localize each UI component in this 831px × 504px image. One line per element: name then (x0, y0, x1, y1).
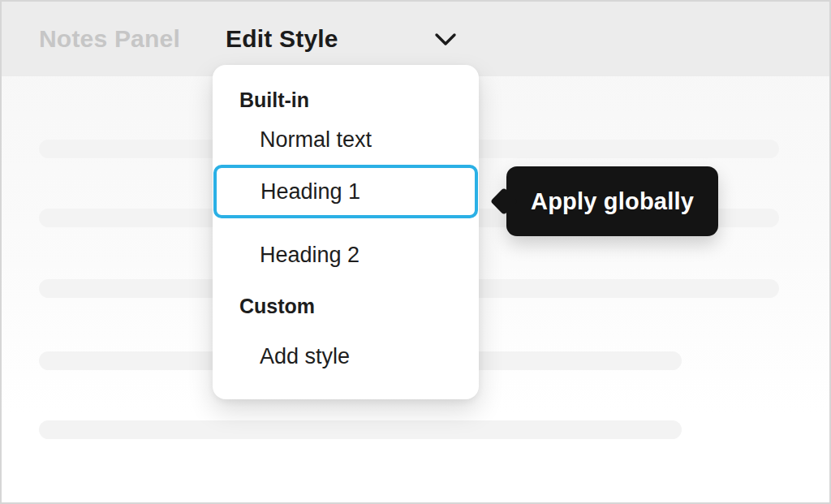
tooltip-label: Apply globally (531, 188, 694, 215)
menu-item-heading-1[interactable]: Heading 1 (213, 165, 478, 218)
skeleton-line (39, 420, 682, 439)
panel-title: Notes Panel (39, 2, 180, 76)
menu-section-custom: Custom (239, 295, 315, 317)
chevron-down-icon (434, 32, 457, 47)
menu-item-add-style[interactable]: Add style (260, 345, 350, 368)
menu-item-heading-2[interactable]: Heading 2 (260, 243, 360, 266)
menu-item-normal-text[interactable]: Normal text (260, 128, 372, 151)
notes-panel-screen: Notes Panel Edit Style Built-in Normal t… (0, 0, 831, 504)
edit-style-dropdown-label: Edit Style (226, 25, 338, 53)
apply-globally-tooltip: Apply globally (506, 166, 718, 236)
menu-section-built-in: Built-in (239, 89, 309, 110)
style-dropdown-menu: Built-in Normal text Heading 1 Heading 2… (213, 65, 479, 399)
